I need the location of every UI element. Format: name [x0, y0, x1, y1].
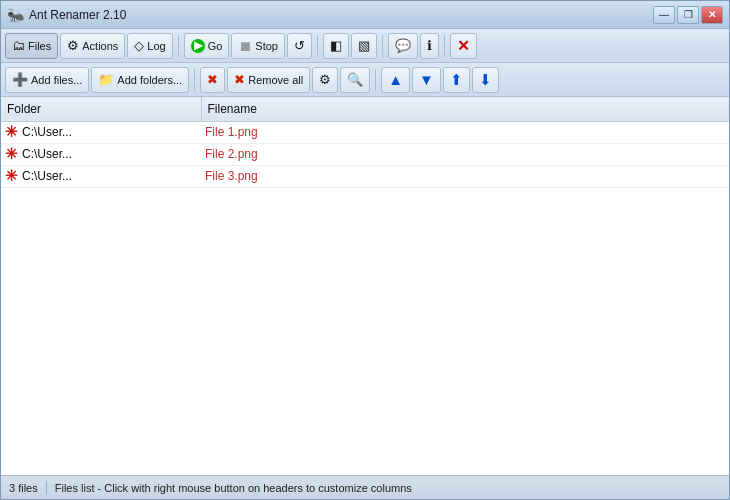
table-row[interactable]: ✳ C:\User... File 3.png: [1, 165, 729, 187]
window-title: Ant Renamer 2.10: [29, 8, 653, 22]
page-next-icon: ▧: [358, 38, 370, 53]
status-file-count: 3 files: [9, 482, 38, 494]
title-bar: 🐜 Ant Renamer 2.10 — ❐ ✕: [1, 1, 729, 29]
cell-folder: ✳ C:\User...: [1, 143, 201, 165]
log-button[interactable]: ◇ Log: [127, 33, 172, 59]
remove-all-button[interactable]: ✖ Remove all: [227, 67, 310, 93]
add-files-icon: ➕: [12, 72, 28, 87]
filename-text: File 2.png: [205, 147, 258, 161]
remove-all-label: Remove all: [248, 74, 303, 86]
page-prev-icon: ◧: [330, 38, 342, 53]
move-up-icon: ▲: [388, 71, 403, 88]
stop-label: Stop: [255, 40, 278, 52]
help-icon: 💬: [395, 38, 411, 53]
folder-path: C:\User...: [22, 125, 72, 139]
reset-button[interactable]: ↺: [287, 33, 312, 59]
separator-4: [444, 35, 445, 57]
toolbar-main: 🗂 Files ⚙ Actions ◇ Log ▶ Go ⏹ Stop ↺ ◧ …: [1, 29, 729, 63]
add-files-label: Add files...: [31, 74, 82, 86]
remove-all-icon: ✖: [234, 72, 245, 87]
log-label: Log: [147, 40, 165, 52]
file-type-icon: ✳: [5, 145, 18, 163]
go-label: Go: [208, 40, 223, 52]
files-label: Files: [28, 40, 51, 52]
help-button[interactable]: 💬: [388, 33, 418, 59]
add-folders-label: Add folders...: [117, 74, 182, 86]
close-button[interactable]: ✕: [701, 6, 723, 24]
main-content: Folder Filename ✳ C:\User... File 1.png …: [1, 97, 729, 475]
search-button[interactable]: 🔍: [340, 67, 370, 93]
cell-folder: ✳ C:\User...: [1, 121, 201, 143]
separator-3: [382, 35, 383, 57]
file-type-icon: ✳: [5, 167, 18, 185]
page-next-button[interactable]: ▧: [351, 33, 377, 59]
status-bar: 3 files Files list - Click with right mo…: [1, 475, 729, 499]
col-header-folder: Folder: [1, 97, 201, 121]
cell-filename: File 2.png: [201, 143, 729, 165]
move-top-button[interactable]: ⬆: [443, 67, 470, 93]
remove-selected-icon: ✖: [207, 72, 218, 87]
filename-text: File 3.png: [205, 169, 258, 183]
remove-selected-button[interactable]: ✖: [200, 67, 225, 93]
search-icon: 🔍: [347, 72, 363, 87]
stop-button[interactable]: ⏹ Stop: [231, 33, 285, 59]
separator-1: [178, 35, 179, 57]
exit-icon: ✕: [457, 37, 470, 55]
move-down-button[interactable]: ▼: [412, 67, 441, 93]
actions-button[interactable]: ⚙ Actions: [60, 33, 125, 59]
add-folders-icon: 📁: [98, 72, 114, 87]
move-bottom-button[interactable]: ⬇: [472, 67, 499, 93]
add-folders-button[interactable]: 📁 Add folders...: [91, 67, 189, 93]
move-down-icon: ▼: [419, 71, 434, 88]
go-icon: ▶: [191, 39, 205, 53]
file-type-icon: ✳: [5, 123, 18, 141]
separator-2: [317, 35, 318, 57]
filter-icon: ⚙: [319, 72, 331, 87]
status-divider: [46, 481, 47, 495]
title-buttons: — ❐ ✕: [653, 6, 723, 24]
cell-filename: File 3.png: [201, 165, 729, 187]
add-files-button[interactable]: ➕ Add files...: [5, 67, 89, 93]
status-message: Files list - Click with right mouse butt…: [55, 482, 412, 494]
table-row[interactable]: ✳ C:\User... File 2.png: [1, 143, 729, 165]
info-button[interactable]: ℹ: [420, 33, 439, 59]
page-prev-button[interactable]: ◧: [323, 33, 349, 59]
filename-text: File 1.png: [205, 125, 258, 139]
separator-6: [375, 69, 376, 91]
toolbar-files: ➕ Add files... 📁 Add folders... ✖ ✖ Remo…: [1, 63, 729, 97]
minimize-button[interactable]: —: [653, 6, 675, 24]
actions-label: Actions: [82, 40, 118, 52]
filter-button[interactable]: ⚙: [312, 67, 338, 93]
move-bottom-icon: ⬇: [479, 71, 492, 89]
files-icon: 🗂: [12, 38, 25, 53]
reset-icon: ↺: [294, 38, 305, 53]
info-icon: ℹ: [427, 38, 432, 53]
cell-folder: ✳ C:\User...: [1, 165, 201, 187]
log-icon: ◇: [134, 38, 144, 53]
cell-filename: File 1.png: [201, 121, 729, 143]
actions-icon: ⚙: [67, 38, 79, 53]
table-row[interactable]: ✳ C:\User... File 1.png: [1, 121, 729, 143]
app-icon: 🐜: [7, 7, 23, 23]
files-button[interactable]: 🗂 Files: [5, 33, 58, 59]
go-button[interactable]: ▶ Go: [184, 33, 230, 59]
stop-icon: ⏹: [238, 38, 252, 54]
folder-path: C:\User...: [22, 147, 72, 161]
separator-5: [194, 69, 195, 91]
folder-path: C:\User...: [22, 169, 72, 183]
move-top-icon: ⬆: [450, 71, 463, 89]
file-table: Folder Filename ✳ C:\User... File 1.png …: [1, 97, 729, 188]
move-up-button[interactable]: ▲: [381, 67, 410, 93]
exit-button[interactable]: ✕: [450, 33, 477, 59]
col-header-filename: Filename: [201, 97, 729, 121]
restore-button[interactable]: ❐: [677, 6, 699, 24]
main-window: 🐜 Ant Renamer 2.10 — ❐ ✕ 🗂 Files ⚙ Actio…: [0, 0, 730, 500]
